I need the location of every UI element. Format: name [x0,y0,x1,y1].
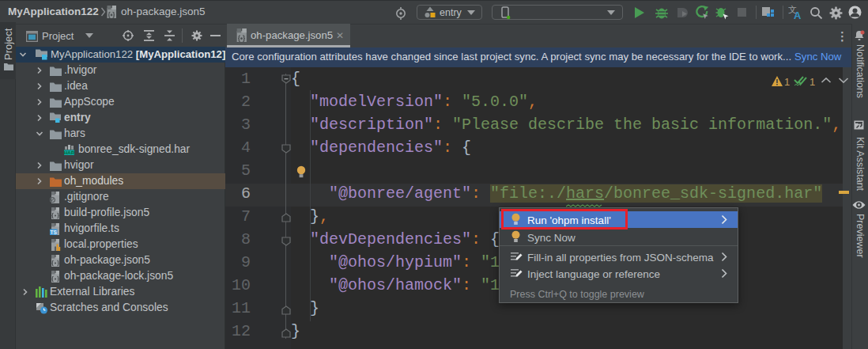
svg-text:TS: TS [51,230,58,235]
svg-text:HAR: HAR [64,150,75,155]
svg-text:A: A [794,9,802,20]
